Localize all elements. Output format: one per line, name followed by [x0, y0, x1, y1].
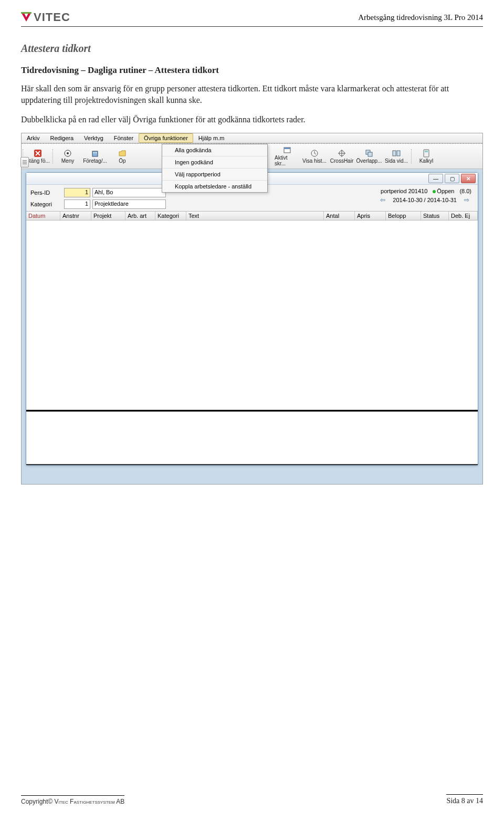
col-datum[interactable]: Datum: [26, 212, 60, 220]
col-projekt[interactable]: Projekt: [91, 212, 125, 220]
tb-visa-hist[interactable]: Visa hist...: [301, 148, 328, 165]
page-number: Sida 8 av 14: [446, 794, 483, 805]
embedded-screenshot: Arkiv Redigera Verktyg Fönster Övriga fu…: [21, 133, 483, 485]
svg-rect-10: [284, 148, 290, 149]
svg-rect-14: [368, 152, 372, 156]
grid-headers: Datum Anstnr Projekt Arb. art Kategori T…: [26, 211, 478, 220]
section-title: Attestera tidkort: [21, 43, 483, 55]
dd-koppla-arbetsledare[interactable]: Koppla arbetsledare - anställd: [162, 181, 267, 192]
input-kategori-name[interactable]: Projektledare: [92, 199, 166, 209]
grid-body[interactable]: [26, 220, 478, 410]
col-text[interactable]: Text: [186, 212, 324, 220]
tile-icon: [392, 149, 401, 157]
col-arbart[interactable]: Arb. art: [125, 212, 155, 220]
menu-verktyg[interactable]: Verktyg: [79, 133, 109, 143]
paragraph-1: Här skall den som är ansvarig för en gru…: [21, 83, 483, 107]
page-footer: Copyright© Vitec Fastighetssystem AB Sid…: [21, 794, 483, 805]
date-range: 2014-10-30 / 2014-10-31: [393, 197, 457, 203]
label-persid: Pers-ID: [30, 190, 62, 196]
cascade-icon: [365, 149, 373, 157]
tb-aktivt-skr[interactable]: Aktivt skr...: [274, 145, 301, 167]
dd-valj-rapportperiod[interactable]: Välj rapportperiod: [162, 169, 267, 181]
tb-meny[interactable]: Meny: [54, 148, 81, 165]
svg-point-3: [67, 152, 69, 154]
extra-value: (8.0): [459, 188, 471, 194]
doc-title: Arbetsgång tidredovisning 3L Pro 2014: [358, 13, 483, 22]
open-icon: [118, 149, 127, 157]
tb-op[interactable]: Öp: [109, 148, 136, 165]
tb-kalkyl[interactable]: Kalkyl: [413, 148, 440, 165]
window-icon: [283, 146, 291, 154]
minimize-button[interactable]: —: [428, 174, 443, 183]
tb-foretag[interactable]: Företag/...: [81, 148, 109, 165]
child-window: — ▢ ✕ Pers-ID 1 Ahl, Bo Kategori 1 Proje…: [26, 172, 478, 466]
label-portperiod: portperiod 201410: [381, 188, 427, 194]
crosshair-icon: [338, 149, 346, 157]
page-header: VITEC Arbetsgång tidredovisning 3L Pro 2…: [21, 10, 483, 27]
dd-ingen-godkand[interactable]: Ingen godkänd: [162, 156, 267, 169]
brand-logo: VITEC: [21, 10, 70, 24]
tb-crosshair[interactable]: CrossHair: [328, 148, 355, 165]
svg-rect-15: [393, 151, 396, 156]
svg-rect-0: [21, 12, 32, 14]
menubar: Arkiv Redigera Verktyg Fönster Övriga fu…: [22, 133, 482, 143]
history-icon: [310, 149, 319, 157]
dd-alla-godkanda[interactable]: Alla godkända: [162, 144, 267, 156]
close-icon: [34, 149, 42, 157]
maximize-button[interactable]: ▢: [445, 174, 459, 183]
input-kategori[interactable]: 1: [64, 199, 90, 209]
col-antal[interactable]: Antal: [324, 212, 355, 220]
tb-sida-vid[interactable]: Sida vid...: [383, 148, 410, 165]
close-button[interactable]: ✕: [461, 174, 476, 183]
side-tab[interactable]: [20, 157, 29, 167]
menu-arkiv[interactable]: Arkiv: [22, 133, 45, 143]
prev-arrow[interactable]: ⇦: [378, 196, 387, 204]
svg-rect-6: [96, 152, 97, 153]
svg-rect-16: [397, 151, 400, 156]
col-anstnr[interactable]: Anstnr: [60, 212, 91, 220]
grid-footer: [26, 410, 478, 465]
status-indicator: Öppen: [433, 188, 454, 194]
next-arrow[interactable]: ⇨: [462, 196, 471, 204]
menu-hjalp[interactable]: Hjälp m.m: [193, 133, 230, 143]
col-status[interactable]: Status: [421, 212, 449, 220]
logo-icon: [21, 12, 32, 23]
brand-text: VITEC: [34, 10, 70, 24]
copyright: Copyright© Vitec Fastighetssystem AB: [21, 795, 124, 805]
menu-fonster[interactable]: Fönster: [109, 133, 139, 143]
hamburger-icon: [22, 160, 27, 165]
input-persid[interactable]: 1: [64, 188, 90, 197]
svg-rect-5: [93, 152, 94, 153]
breadcrumb-heading: Tidredovisning – Dagliga rutiner – Attes…: [21, 65, 483, 76]
menu-redigera[interactable]: Redigera: [45, 133, 79, 143]
svg-rect-4: [92, 151, 98, 156]
tb-overlapp[interactable]: Överlapp...: [355, 148, 383, 165]
menu-icon: [64, 149, 72, 157]
dropdown-ovriga-funktioner: Alla godkända Ingen godkänd Välj rapport…: [162, 144, 268, 193]
svg-rect-18: [425, 151, 428, 152]
company-icon: [91, 149, 99, 157]
input-persid-name[interactable]: Ahl, Bo: [92, 188, 166, 197]
col-apris[interactable]: Apris: [355, 212, 386, 220]
label-kategori: Kategori: [30, 201, 62, 207]
menu-ovriga-funktioner[interactable]: Övriga funktioner: [139, 133, 193, 143]
col-kategori[interactable]: Kategori: [155, 212, 186, 220]
calc-icon: [422, 149, 430, 157]
col-belopp[interactable]: Belopp: [386, 212, 421, 220]
col-debej[interactable]: Deb. Ej: [449, 212, 478, 220]
paragraph-2: Dubbelklicka på en rad eller välj Övriga…: [21, 114, 483, 125]
